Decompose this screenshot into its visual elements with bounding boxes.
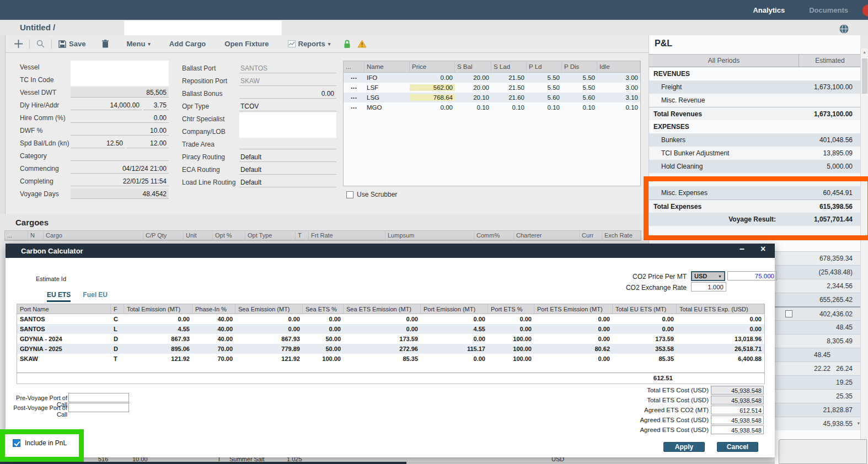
pnl-row[interactable]: Freight1,673,100.00: [649, 80, 861, 94]
table-row[interactable]: •••LSF562.0020.0021.505.505.503.00: [344, 83, 640, 93]
pnl-row[interactable]: TCI Bunker Adjustment13,895.09: [649, 147, 861, 160]
column-header[interactable]: N: [28, 231, 44, 240]
apply-button[interactable]: Apply: [663, 442, 705, 452]
scroll-up-icon[interactable]: ▲: [862, 50, 866, 54]
field-value[interactable]: 12.50: [71, 138, 125, 148]
field-value[interactable]: 3.75: [143, 100, 169, 110]
menu-button[interactable]: Menu▾: [126, 40, 150, 48]
field-value[interactable]: [239, 139, 336, 149]
co2-exchange-field[interactable]: 1.000: [691, 282, 726, 292]
nav-analytics[interactable]: Analytics: [753, 6, 785, 14]
summary-value[interactable]: 45,938.548: [711, 425, 764, 434]
field-value[interactable]: Default: [239, 152, 336, 162]
pnl-row[interactable]: Misc. Revenue: [649, 94, 861, 107]
table-row[interactable]: •••MGO0.000.100.100.100.100.10: [344, 102, 640, 112]
checkbox[interactable]: [785, 310, 792, 317]
table-row[interactable]: GDYNIA - 2025D895.0670.00779.8950.00272.…: [17, 344, 764, 354]
reports-button[interactable]: Reports▾: [288, 40, 331, 48]
pnl-estimated-header[interactable]: Estimated: [799, 55, 861, 67]
open-fixture-button[interactable]: Open Fixture: [224, 40, 269, 48]
field-value[interactable]: Default: [239, 164, 336, 175]
column-header[interactable]: Sea ETS %: [303, 304, 344, 314]
post-voyage-input[interactable]: [68, 403, 129, 412]
pnl-row[interactable]: Total Revenues1,673,100.00: [649, 107, 861, 120]
column-header[interactable]: Port Emission (MT): [421, 304, 488, 314]
column-header[interactable]: S Bal: [455, 61, 491, 72]
column-header[interactable]: Cargo: [44, 231, 143, 240]
column-header[interactable]: F: [111, 304, 124, 314]
pnl-row[interactable]: Voyage Result:1,057,701.44: [649, 213, 861, 226]
include-in-pnl-checkbox[interactable]: [13, 439, 20, 447]
pnl-row[interactable]: [649, 226, 861, 239]
pnl-row[interactable]: Misc. Expenses60,454.91: [649, 186, 861, 199]
column-header[interactable]: Total EU ETS (MT): [613, 304, 677, 314]
column-header[interactable]: Total EU ETS Exp. (USD): [677, 304, 764, 314]
table-row[interactable]: SKAWT121.9270.00121.92100.0085.350.00100…: [17, 354, 764, 364]
dropdown-arrow-icon[interactable]: ▾: [857, 420, 860, 426]
field-value[interactable]: 12.00: [127, 138, 169, 148]
close-icon[interactable]: ×: [760, 244, 765, 254]
use-scrubber-option[interactable]: Use Scrubber: [346, 191, 397, 198]
include-in-pnl-option[interactable]: Include in PnL: [13, 439, 79, 447]
tab-eu-ets[interactable]: EU ETS: [47, 291, 71, 302]
table-row[interactable]: •••IFO0.0020.0021.505.505.503.00: [344, 73, 640, 83]
column-header[interactable]: Port ETS %: [488, 304, 534, 314]
use-scrubber-checkbox[interactable]: [346, 191, 353, 198]
column-header[interactable]: T: [296, 231, 309, 240]
cancel-button[interactable]: Cancel: [717, 442, 758, 452]
notification-badge[interactable]: [862, 4, 868, 17]
column-header[interactable]: Port ETS Emission (MT): [534, 304, 613, 314]
column-header[interactable]: Price: [410, 61, 455, 72]
column-header[interactable]: Comm%: [474, 231, 514, 240]
field-value[interactable]: TCOV: [239, 101, 336, 111]
scrollbar-thumb[interactable]: [862, 58, 867, 94]
pnl-row[interactable]: REVENUES: [649, 67, 861, 80]
field-value[interactable]: 14,000.00: [71, 100, 142, 110]
summary-value[interactable]: 45,938.548: [711, 416, 764, 424]
column-header[interactable]: Unit: [184, 231, 213, 240]
column-header[interactable]: Sea ETS Emission (MT): [344, 304, 421, 314]
lock-button[interactable]: [344, 40, 351, 48]
column-header[interactable]: ...: [344, 61, 365, 72]
table-row[interactable]: GDYNIA - 2024D867.9340.00867.9350.00173.…: [17, 334, 764, 344]
pre-voyage-input[interactable]: [68, 393, 129, 402]
field-value[interactable]: SANTOS: [239, 63, 336, 73]
column-header[interactable]: Frt Rate: [309, 231, 385, 240]
warning-indicator[interactable]: [357, 40, 367, 48]
column-header[interactable]: ...: [5, 231, 28, 240]
field-value[interactable]: 04/12/24 21:00: [71, 163, 169, 174]
search-button[interactable]: [36, 40, 45, 48]
field-value[interactable]: 0.00: [239, 88, 336, 99]
column-header[interactable]: P Dis: [562, 61, 597, 72]
column-header[interactable]: Opt Type: [245, 231, 296, 240]
minimize-icon[interactable]: –: [740, 244, 744, 254]
column-header[interactable]: P Ld: [527, 61, 562, 72]
co2-price-field[interactable]: 75.000: [727, 271, 777, 280]
field-value[interactable]: SKAW: [239, 75, 336, 86]
column-header[interactable]: Sea Emission (MT): [235, 304, 303, 314]
delete-button[interactable]: [102, 40, 109, 48]
field-value[interactable]: Default: [239, 177, 336, 187]
co2-currency-select[interactable]: USD▼: [691, 271, 725, 281]
pnl-row[interactable]: Hold Cleaning5,000.00: [649, 160, 861, 173]
globe-icon[interactable]: [839, 24, 849, 34]
nav-documents[interactable]: Documents: [809, 6, 848, 14]
field-value[interactable]: 0.00: [71, 112, 169, 123]
pnl-row[interactable]: [649, 173, 861, 186]
pnl-scrollbar[interactable]: ▲: [860, 48, 868, 464]
field-value[interactable]: [71, 150, 169, 161]
column-header[interactable]: Charterer: [514, 231, 580, 240]
field-value[interactable]: 22/01/25 11:54: [71, 176, 169, 186]
column-header[interactable]: Total Emission (MT): [124, 304, 192, 314]
save-button[interactable]: Save: [58, 40, 85, 48]
tab-fuel-eu[interactable]: Fuel EU: [83, 291, 108, 302]
summary-value[interactable]: 612.514: [711, 406, 764, 414]
table-row[interactable]: SANTOSL4.5540.000.000.000.004.550.000.00…: [17, 324, 764, 334]
column-header[interactable]: Idle: [597, 61, 640, 72]
column-header[interactable]: Exch Rate: [602, 231, 641, 240]
pnl-period-header[interactable]: All Periods: [649, 55, 799, 67]
table-row[interactable]: •••LSG768.6420.1021.605.605.603.10: [344, 93, 640, 102]
add-cargo-button[interactable]: Add Cargo: [169, 40, 206, 48]
pnl-row[interactable]: Bunkers401,048.56: [649, 133, 861, 147]
add-button[interactable]: [14, 40, 23, 48]
